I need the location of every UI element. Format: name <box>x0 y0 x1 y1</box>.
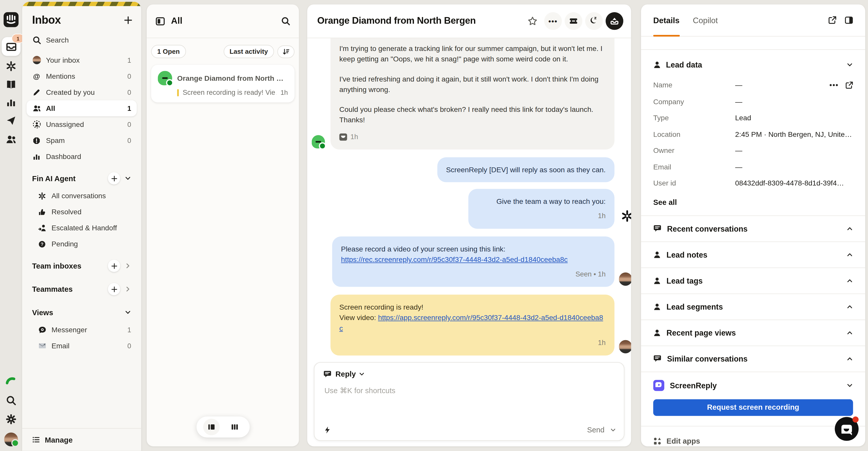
person-icon <box>653 61 661 68</box>
request-screen-recording-button[interactable]: Request screen recording <box>653 399 853 416</box>
screenreply-app-icon <box>653 380 664 391</box>
panel-toggle-icon[interactable] <box>845 16 853 25</box>
reply-input[interactable] <box>323 385 615 418</box>
chevron-down-icon[interactable] <box>610 427 616 433</box>
chevron-down-icon[interactable] <box>125 309 131 316</box>
sort-filter-pill[interactable]: Last activity <box>223 45 274 58</box>
layout-toggle <box>196 416 249 438</box>
note-indicator-bar <box>177 89 179 96</box>
intercom-logo-icon[interactable] <box>4 12 19 27</box>
chevron-right-icon[interactable] <box>125 286 131 293</box>
column-layout-button[interactable] <box>226 419 243 435</box>
rail-settings-button[interactable] <box>6 414 16 424</box>
messenger-launcher[interactable] <box>835 417 859 441</box>
chevron-up-icon <box>846 329 853 336</box>
sidebar-item-your-inbox[interactable]: Your inbox 1 <box>27 52 137 68</box>
rail-inbox-button[interactable]: 1 <box>2 37 21 56</box>
sidebar-item-email[interactable]: Email 0 <box>27 338 137 354</box>
tab-details[interactable]: Details <box>653 4 680 36</box>
rail-outbound-button[interactable] <box>6 116 16 126</box>
chevron-down-icon[interactable] <box>846 61 853 68</box>
close-conversation-button[interactable] <box>606 12 623 30</box>
section-similar-conversations[interactable]: Similar conversations <box>641 345 865 371</box>
rail-knowledge-button[interactable] <box>6 79 16 90</box>
see-all-link[interactable]: See all <box>653 198 853 206</box>
chevron-down-icon[interactable] <box>846 382 853 389</box>
conversation-preview: Screen recording is ready! Vie… <box>183 89 276 96</box>
dashboard-icon <box>32 153 41 160</box>
messenger-channel-icon <box>339 133 347 141</box>
sidebar-item-messenger[interactable]: Messenger 1 <box>27 322 137 338</box>
rail-phone-button[interactable] <box>6 376 17 387</box>
sort-order-button[interactable] <box>277 45 294 58</box>
field-user-id: User id08432ddf-8309-4478-8d1d-39f4… <box>653 175 853 191</box>
sidebar-item-search[interactable]: Search <box>27 32 137 48</box>
rail-reports-button[interactable] <box>6 98 16 108</box>
spam-icon <box>32 137 41 144</box>
new-conversation-icon[interactable] <box>124 16 132 25</box>
ticket-button[interactable] <box>565 12 583 30</box>
rail-search-button[interactable] <box>6 395 16 405</box>
screenreply-app-section: ScreenReply Request screen recording <box>641 371 865 425</box>
team-inboxes-section-header: Team inboxes <box>27 256 137 275</box>
fin-agent-section-header: Fin AI Agent <box>27 169 137 188</box>
message-thread[interactable]: Hey, I'm trying to generate a tracking l… <box>307 38 631 362</box>
sidebar-item-escalated[interactable]: Escalated & Handoff <box>27 220 137 236</box>
chevron-down-icon[interactable] <box>125 175 131 182</box>
list-layout-button[interactable] <box>203 419 220 435</box>
snooze-button[interactable] <box>585 12 603 30</box>
add-fin-view-button[interactable] <box>108 172 120 184</box>
add-teammate-button[interactable] <box>108 283 120 295</box>
chevron-up-icon <box>846 303 853 310</box>
section-lead-segments[interactable]: Lead segments <box>641 293 865 319</box>
video-link[interactable]: https://app.screenreply.com/r/95c30f37-4… <box>339 313 603 332</box>
send-button[interactable]: Send <box>587 426 616 434</box>
rail-contacts-button[interactable] <box>6 134 16 145</box>
sidebar-item-mentions[interactable]: @ Mentions 0 <box>27 68 137 84</box>
pencil-icon <box>32 88 41 96</box>
rail-fin-button[interactable] <box>6 61 16 71</box>
search-icon[interactable] <box>281 17 290 26</box>
sidebar-item-dashboard[interactable]: Dashboard <box>27 148 137 164</box>
star-button[interactable] <box>524 12 541 30</box>
open-filter-pill[interactable]: 1 Open <box>151 45 186 58</box>
sidebar-item-all[interactable]: All 1 <box>27 100 137 116</box>
section-recent-conversations[interactable]: Recent conversations <box>641 215 865 241</box>
sidebar-item-created-by-you[interactable]: Created by you 0 <box>27 84 137 100</box>
edit-apps-button[interactable]: Edit apps <box>641 425 865 446</box>
field-more-button[interactable]: ••• <box>830 82 839 89</box>
conversation-list-item[interactable]: Orange Diamond from North Berg… Screen r… <box>151 65 294 102</box>
escalated-icon <box>38 224 46 232</box>
active-tab-underline <box>653 35 680 37</box>
chevron-right-icon[interactable] <box>125 263 131 269</box>
reply-mode-label[interactable]: Reply <box>335 370 356 379</box>
message-time: 1h <box>350 132 358 142</box>
apps-icon <box>653 437 662 445</box>
section-lead-tags[interactable]: Lead tags <box>641 267 865 293</box>
add-team-inbox-button[interactable] <box>108 260 120 272</box>
open-profile-icon[interactable] <box>845 81 853 89</box>
notification-dot <box>852 416 859 422</box>
app-name[interactable]: ScreenReply <box>670 381 846 390</box>
rail-user-avatar[interactable] <box>4 432 18 446</box>
sidebar-item-unassigned[interactable]: Unassigned 0 <box>27 116 137 132</box>
list-title: All <box>171 16 281 26</box>
section-recent-page-views[interactable]: Recent page views <box>641 319 865 345</box>
more-options-button[interactable]: ••• <box>544 12 562 30</box>
tab-copilot[interactable]: Copilot <box>693 4 718 36</box>
sidebar-item-resolved[interactable]: Resolved <box>27 204 137 220</box>
fin-avatar <box>620 209 631 222</box>
sidebar-item-pending[interactable]: Pending <box>27 236 137 252</box>
messenger-view-icon <box>38 326 46 334</box>
shortcuts-bolt-icon[interactable] <box>323 426 332 434</box>
sidebar-item-all-conversations[interactable]: All conversations <box>27 188 137 204</box>
collapsed-strip <box>641 36 865 50</box>
teammate-avatar <box>619 272 631 285</box>
recording-link[interactable]: https://rec.screenreply.com/r/95c30f37-4… <box>341 255 568 264</box>
chevron-down-icon[interactable] <box>359 371 365 377</box>
sidebar-item-spam[interactable]: Spam 0 <box>27 132 137 148</box>
open-in-new-icon[interactable] <box>828 16 837 25</box>
collapse-list-icon[interactable] <box>156 16 165 26</box>
manage-button[interactable]: Manage <box>22 428 141 451</box>
section-lead-notes[interactable]: Lead notes <box>641 241 865 267</box>
